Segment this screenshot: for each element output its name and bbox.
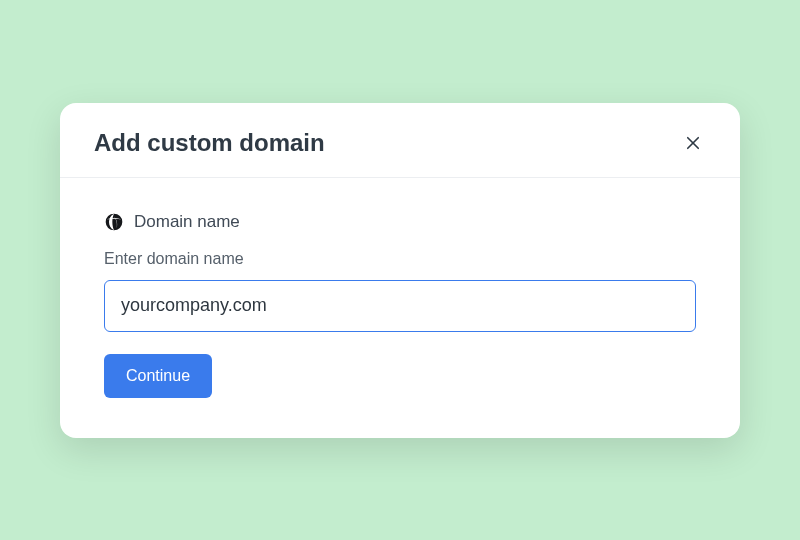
- section-title: Domain name: [134, 212, 240, 232]
- globe-icon: [104, 212, 124, 232]
- close-button[interactable]: [680, 130, 706, 156]
- close-icon: [684, 134, 702, 152]
- dialog-body: Domain name Enter domain name Continue: [60, 178, 740, 438]
- continue-button[interactable]: Continue: [104, 354, 212, 398]
- svg-point-2: [106, 213, 123, 230]
- dialog-header: Add custom domain: [60, 103, 740, 178]
- dialog-title: Add custom domain: [94, 129, 325, 157]
- section-header: Domain name: [104, 212, 696, 232]
- domain-field-label: Enter domain name: [104, 250, 696, 268]
- add-domain-dialog: Add custom domain Domain name Enter doma…: [60, 103, 740, 438]
- domain-name-input[interactable]: [104, 280, 696, 332]
